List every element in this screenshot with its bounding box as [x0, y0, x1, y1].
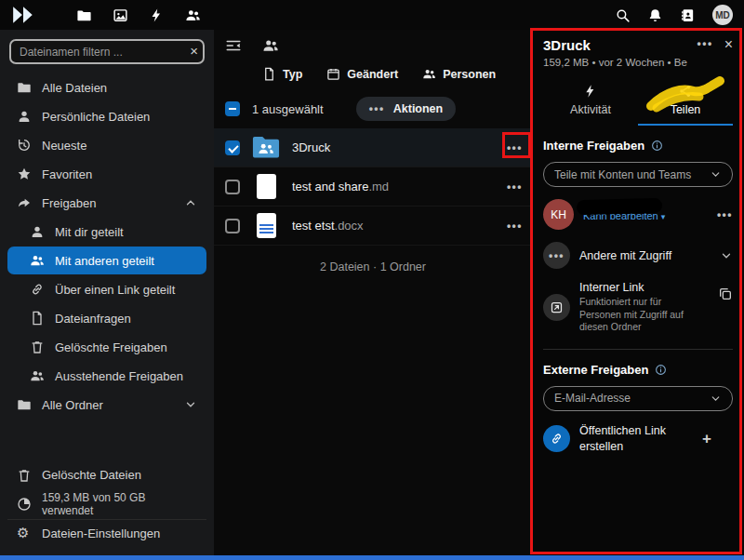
breadcrumb [225, 37, 279, 54]
people-icon [30, 368, 45, 383]
share-nodes-icon [678, 84, 693, 99]
sidebar-item-freigaben[interactable]: Freigaben [7, 189, 206, 217]
row-actions-button[interactable]: ••• [507, 220, 523, 233]
storage-quota[interactable]: 159,3 MB von 50 GB verwendet [7, 490, 206, 517]
close-icon[interactable]: × [724, 37, 733, 52]
people-icon [422, 67, 436, 81]
nextcloud-logo[interactable] [11, 6, 35, 24]
file-name[interactable]: test etst.docx [292, 219, 495, 233]
internal-link-avatar [543, 294, 570, 321]
sidebar-item-geloeschte-dateien[interactable]: Gelöschte Dateien [7, 461, 206, 488]
add-public-link-icon[interactable]: + [702, 430, 711, 448]
filename-filter: × [9, 39, 205, 64]
trash-icon [30, 340, 45, 354]
sidebar-item-mit-dir-geteilt[interactable]: Mit dir geteilt [7, 218, 206, 246]
row-actions-button[interactable]: ••• [507, 180, 523, 193]
folder-icon [17, 80, 32, 95]
details-tabs: Aktivität Teilen [543, 77, 733, 126]
sidebar-item-ausstehende-freigaben[interactable]: Ausstehende Freigaben [7, 362, 206, 390]
others-with-access-row[interactable]: ••• Andere mit Zugriff [543, 242, 733, 269]
row-checkbox[interactable] [225, 180, 240, 194]
sidebar-item-dateianfragen[interactable]: Dateianfragen [7, 304, 206, 332]
clear-filter-icon[interactable]: × [190, 43, 198, 60]
tab-teilen[interactable]: Teilen [638, 77, 733, 126]
list-summary: 2 Dateien · 1 Ordner [214, 260, 532, 273]
select-all-checkbox[interactable] [225, 101, 240, 116]
sidebar-footer: Gelöschte Dateien 159,3 MB von 50 GB ver… [7, 461, 206, 548]
quota-gauge-icon [17, 497, 32, 512]
copy-icon[interactable] [718, 287, 733, 301]
sharee-permission[interactable]: Kann bearbeiten ▾ [583, 210, 708, 221]
people-icon [30, 253, 45, 268]
link-icon [550, 432, 564, 446]
photos-app-icon[interactable] [113, 7, 128, 23]
word-file-icon[interactable] [252, 213, 280, 238]
window-edge-strip [0, 555, 744, 560]
filter-chip-modified[interactable]: Geändert [326, 67, 398, 81]
star-icon [17, 167, 32, 181]
sidebar-item-favoriten[interactable]: Favoriten [7, 160, 206, 188]
activity-app-icon[interactable] [149, 7, 165, 23]
list-filter-chips: Typ Geändert Personen [262, 67, 496, 81]
topbar: MD [0, 0, 744, 30]
sidebar-item-alle-ordner[interactable]: Alle Ordner [7, 391, 206, 419]
sidebar-item-neueste[interactable]: Neueste [7, 131, 206, 159]
app-launcher [76, 7, 201, 23]
user-avatar[interactable]: MD [712, 5, 733, 25]
search-icon[interactable] [615, 7, 631, 23]
sidebar-item-alle-dateien[interactable]: Alle Dateien [7, 73, 206, 101]
files-settings-button[interactable]: ⚙ Dateien-Einstellungen [7, 519, 206, 546]
contacts-menu-icon[interactable] [680, 7, 696, 23]
history-icon [17, 138, 32, 153]
chevron-down-icon [710, 393, 722, 405]
internal-link-row[interactable]: Interner Link Funktioniert nur für Perso… [543, 281, 733, 334]
create-public-link-row[interactable]: Öffentlichen Link erstellen + [543, 423, 733, 455]
row-checkbox[interactable] [225, 140, 240, 155]
trash-icon [17, 468, 32, 483]
file-icon [262, 67, 276, 81]
sidebar-item-mit-anderen-geteilt[interactable]: Mit anderen geteilt [7, 247, 206, 274]
public-link-avatar [543, 425, 570, 452]
topbar-right: MD [615, 5, 733, 25]
sharee-actions-button[interactable]: ••• [717, 208, 733, 221]
breadcrumb-shared-root-icon[interactable] [262, 37, 279, 54]
external-shares-heading: Externe Freigaben [543, 363, 733, 377]
file-name[interactable]: test and share.md [292, 180, 495, 193]
section-divider [543, 349, 733, 350]
filter-chip-type[interactable]: Typ [262, 67, 302, 81]
details-actions-button[interactable]: ••• [698, 37, 713, 50]
file-row-test-and-share[interactable]: test and share.md ••• [214, 167, 532, 207]
files-app-icon[interactable] [76, 7, 92, 23]
chevron-up-icon[interactable] [184, 196, 197, 209]
file-list-area: Typ Geändert Personen 1 ausgewählt ••• A… [214, 30, 532, 555]
markdown-file-icon[interactable] [252, 174, 280, 199]
sidebar-nav-list: Alle Dateien Persönliche Dateien Neueste… [7, 73, 206, 419]
info-icon[interactable] [655, 364, 667, 376]
internal-link-info: Interner Link Funktioniert nur für Perso… [579, 281, 709, 334]
file-name[interactable]: 3Druck [292, 140, 495, 154]
internal-share-select[interactable]: Teile mit Konten und Teams [543, 162, 733, 187]
collapse-sidebar-icon[interactable] [225, 37, 242, 54]
link-icon [30, 282, 45, 297]
chevron-down-icon[interactable] [184, 398, 197, 411]
batch-actions-button[interactable]: ••• Aktionen [356, 97, 457, 121]
external-share-select[interactable]: E-Mail-Adresse [543, 386, 733, 411]
shared-folder-icon[interactable] [252, 136, 280, 158]
row-checkbox[interactable] [225, 219, 240, 233]
share-icon [17, 195, 32, 210]
info-icon[interactable] [651, 140, 663, 152]
chevron-down-icon[interactable] [720, 249, 733, 262]
contacts-app-icon[interactable] [185, 7, 201, 23]
file-row-3druck[interactable]: 3Druck ••• [214, 128, 532, 167]
tab-aktivitaet[interactable]: Aktivität [543, 77, 638, 126]
sidebar-item-persoenliche-dateien[interactable]: Persönliche Dateien [7, 102, 206, 130]
notifications-bell-icon[interactable] [647, 7, 663, 23]
sharee-avatar: KH [543, 199, 574, 230]
filter-chip-people[interactable]: Personen [422, 67, 496, 81]
sidebar-item-link-geteilt[interactable]: Über einen Link geteilt [7, 275, 206, 303]
sharee-row[interactable]: KH Kann bearbeiten ▾ ••• [543, 199, 733, 230]
sidebar-item-geloeschte-freigaben[interactable]: Gelöschte Freigaben [7, 333, 206, 361]
filename-filter-input[interactable] [9, 39, 205, 64]
file-row-test-etst[interactable]: test etst.docx ••• [214, 207, 532, 246]
row-actions-button[interactable]: ••• [507, 141, 523, 154]
